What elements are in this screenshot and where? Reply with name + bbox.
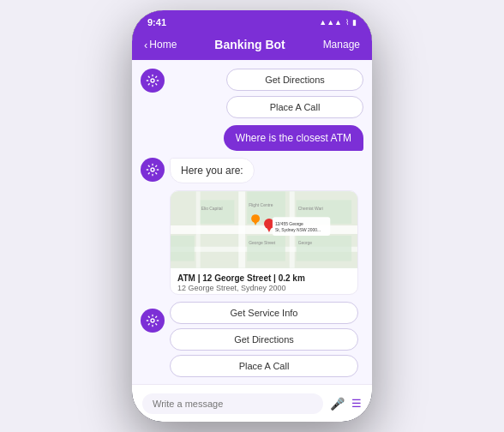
place-a-call-button-1[interactable]: Place A Call [226, 96, 363, 118]
svg-text:St, Sydney NSW 2000...: St, Sydney NSW 2000... [275, 228, 321, 232]
chat-area: Get Directions Place A Call Where is the… [132, 60, 372, 384]
svg-text:Elio Capital: Elio Capital [201, 207, 223, 211]
get-directions-button-1[interactable]: Get Directions [226, 69, 363, 91]
user-bubble: Where is the closest ATM [224, 125, 363, 151]
input-bar: 🎤 ☰ [132, 384, 372, 422]
svg-point-0 [151, 79, 154, 82]
status-icons: ▲▲▲ ⌇ ▮ [319, 18, 357, 27]
signal-icon: ▲▲▲ [319, 18, 342, 27]
manage-button[interactable]: Manage [323, 39, 360, 51]
bot-response-text: Here you are: [170, 158, 255, 183]
phone-inner: 9:41 ▲▲▲ ⌇ ▮ ‹ Home Banking Bot Manage [132, 10, 372, 422]
place-a-call-button-2[interactable]: Place A Call [170, 355, 358, 377]
map-card[interactable]: 12/455 George St, Sydney NSW 2000... Eli… [170, 190, 358, 295]
map-info: ATM | 12 George Street | 0.2 km 12 Georg… [171, 268, 357, 294]
chevron-left-icon: ‹ [144, 39, 147, 51]
svg-text:12/455 George: 12/455 George [275, 222, 303, 226]
map-address: 12 George Street, Sydney 2000 [177, 284, 351, 292]
svg-point-26 [151, 319, 154, 322]
svg-text:Flight Centre: Flight Centre [249, 203, 273, 207]
map-title: ATM | 12 George Street | 0.2 km [177, 273, 351, 283]
bot-avatar-3 [141, 309, 165, 333]
status-time: 9:41 [147, 17, 166, 27]
get-service-info-button[interactable]: Get Service Info [170, 302, 358, 324]
gear-icon [146, 74, 159, 87]
user-message-row: Where is the closest ATM [141, 125, 363, 151]
svg-rect-7 [196, 191, 201, 267]
status-bar: 9:41 ▲▲▲ ⌇ ▮ [132, 10, 372, 33]
map-svg: 12/455 George St, Sydney NSW 2000... Eli… [171, 191, 357, 268]
svg-rect-11 [171, 236, 195, 261]
get-directions-button-2[interactable]: Get Directions [170, 328, 358, 351]
svg-point-1 [151, 168, 154, 171]
menu-icon[interactable]: ☰ [351, 397, 362, 410]
svg-rect-12 [247, 236, 285, 261]
bot-row-buttons-1: Get Directions Place A Call [141, 69, 363, 118]
back-button[interactable]: ‹ Home [144, 39, 177, 51]
service-buttons-group: Get Service Info Get Directions Place A … [170, 302, 358, 377]
map-area: 12/455 George St, Sydney NSW 2000... Eli… [171, 191, 357, 268]
svg-rect-4 [238, 191, 245, 267]
phone-frame: 9:41 ▲▲▲ ⌇ ▮ ‹ Home Banking Bot Manage [132, 10, 372, 422]
bot-quick-buttons-1: Get Directions Place A Call [226, 69, 363, 118]
bot-row-response: Here you are: [141, 158, 363, 183]
nav-title: Banking Bot [214, 38, 285, 51]
gear-icon-2 [146, 163, 159, 177]
gear-icon-3 [146, 314, 159, 327]
svg-text:Chemist Wari: Chemist Wari [298, 207, 323, 211]
mic-icon[interactable]: 🎤 [330, 397, 345, 411]
bot-avatar-1 [141, 69, 165, 93]
wifi-icon: ⌇ [345, 18, 349, 27]
bot-avatar-2 [141, 158, 165, 182]
back-label: Home [149, 39, 177, 51]
svg-text:George Street: George Street [249, 241, 276, 245]
battery-icon: ▮ [352, 18, 357, 27]
svg-rect-8 [201, 200, 235, 224]
message-input[interactable] [142, 393, 323, 414]
svg-rect-13 [297, 236, 351, 261]
svg-text:George: George [298, 241, 313, 245]
nav-bar: ‹ Home Banking Bot Manage [132, 33, 372, 60]
